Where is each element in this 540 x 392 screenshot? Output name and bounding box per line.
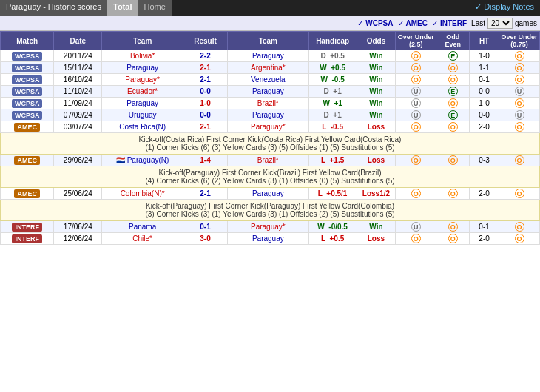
- ou25-cell: U: [396, 221, 436, 233]
- badge-cell: WCPSA: [1, 98, 54, 109]
- team2-cell: Paraguay: [227, 188, 308, 200]
- oe-cell: O: [436, 98, 470, 109]
- team2-cell: Paraguay: [227, 109, 308, 121]
- col-match: Match: [1, 32, 54, 50]
- detail-row: Kick-off(Costa Rica) First Corner Kick(C…: [1, 133, 540, 155]
- oe-cell: O: [436, 188, 470, 200]
- badge-cell: WCPSA: [1, 86, 54, 98]
- badge-cell: WCPSA: [1, 62, 54, 74]
- badge-cell: INTERF: [1, 221, 54, 233]
- table-row: WCPSA 15/11/24 Paraguay 2-1 Argentina* W…: [1, 62, 540, 74]
- date-cell: 20/11/24: [54, 50, 102, 62]
- oe-cell: O: [436, 221, 470, 233]
- result-cell: 0-0: [183, 86, 228, 98]
- detail-row: Kick-off(Paraguay) First Corner Kick(Par…: [1, 200, 540, 221]
- badge-cell: WCPSA: [1, 109, 54, 121]
- badge-cell: WCPSA: [1, 50, 54, 62]
- table-row: AMEC 03/07/24 Costa Rica(N) 2-1 Paraguay…: [1, 121, 540, 133]
- display-notes-toggle[interactable]: ✓ Display Notes: [469, 0, 540, 16]
- team1-cell: Paraguay: [102, 98, 183, 109]
- ht-cell: 2-0: [470, 233, 499, 245]
- ou25-cell: O: [396, 188, 436, 200]
- ou25-cell: O: [396, 233, 436, 245]
- interf-check: ✓: [432, 19, 438, 27]
- last-select[interactable]: 20105: [487, 18, 513, 29]
- tab-total[interactable]: Total: [107, 0, 138, 16]
- date-cell: 29/06/24: [54, 155, 102, 166]
- team1-cell: Costa Rica(N): [102, 121, 183, 133]
- tab-home[interactable]: Home: [138, 0, 171, 16]
- ht-cell: 0-0: [470, 86, 499, 98]
- table-row: INTERF 17/06/24 Panama 0-1 Paraguay* W -…: [1, 221, 540, 233]
- result-cell: 2-1: [183, 121, 228, 133]
- date-cell: 12/06/24: [54, 233, 102, 245]
- odds-cell: Loss: [357, 155, 396, 166]
- ht-cell: 0-3: [470, 155, 499, 166]
- team1-cell: Paraguay: [102, 62, 183, 74]
- ou075-cell: O: [499, 233, 540, 245]
- result-cell: 1-4: [183, 155, 228, 166]
- date-cell: 07/09/24: [54, 109, 102, 121]
- team1-cell: Ecuador*: [102, 86, 183, 98]
- date-cell: 25/06/24: [54, 188, 102, 200]
- ou075-cell: O: [499, 62, 540, 74]
- wcpsa-label[interactable]: WCPSA: [365, 19, 393, 27]
- handicap-cell: L +0.5: [308, 233, 357, 245]
- team2-cell: Paraguay*: [227, 221, 308, 233]
- ou075-cell: O: [499, 188, 540, 200]
- page-title: Paraguay - Historic scores: [0, 0, 107, 16]
- team2-cell: Paraguay: [227, 86, 308, 98]
- ou25-cell: U: [396, 98, 436, 109]
- badge-cell: INTERF: [1, 233, 54, 245]
- date-cell: 11/10/24: [54, 86, 102, 98]
- ou25-cell: O: [396, 62, 436, 74]
- oe-cell: O: [436, 233, 470, 245]
- odds-cell: Win: [357, 62, 396, 74]
- odds-cell: Win: [357, 221, 396, 233]
- oe-cell: O: [436, 62, 470, 74]
- handicap-cell: W +0.5: [308, 62, 357, 74]
- team2-cell: Paraguay: [227, 233, 308, 245]
- date-cell: 11/09/24: [54, 98, 102, 109]
- result-cell: 0-0: [183, 109, 228, 121]
- date-cell: 17/06/24: [54, 221, 102, 233]
- team2-cell: Brazil*: [227, 98, 308, 109]
- handicap-cell: D +0.5: [308, 50, 357, 62]
- filter-bar: ✓ WCPSA ✓ AMEC ✓ INTERF Last 20105 games: [0, 16, 540, 31]
- detail-row: Kick-off(Paraguay) First Corner Kick(Bra…: [1, 166, 540, 188]
- table-row: AMEC 29/06/24 🇵🇾 Paraguay(N) 1-4 Brazil*…: [1, 155, 540, 166]
- team1-cell: 🇵🇾 Paraguay(N): [102, 155, 183, 166]
- odds-cell: Loss1/2: [357, 188, 396, 200]
- odds-cell: Loss: [357, 121, 396, 133]
- table-row: WCPSA 16/10/24 Paraguay* 2-1 Venezuela W…: [1, 74, 540, 86]
- amec-label[interactable]: AMEC: [406, 19, 428, 27]
- ou075-cell: U: [499, 109, 540, 121]
- oe-cell: E: [436, 86, 470, 98]
- result-cell: 2-2: [183, 50, 228, 62]
- table-row: INTERF 12/06/24 Chile* 3-0 Paraguay L +0…: [1, 233, 540, 245]
- amec-check: ✓: [398, 19, 404, 27]
- badge-cell: AMEC: [1, 188, 54, 200]
- team2-cell: Paraguay: [227, 50, 308, 62]
- table-row: WCPSA 11/10/24 Ecuador* 0-0 Paraguay D +…: [1, 86, 540, 98]
- result-cell: 2-1: [183, 188, 228, 200]
- ht-cell: 0-1: [470, 74, 499, 86]
- team2-cell: Brazil*: [227, 155, 308, 166]
- handicap-cell: W -0.5: [308, 74, 357, 86]
- table-row: WCPSA 11/09/24 Paraguay 1-0 Brazil* W +1…: [1, 98, 540, 109]
- ou25-cell: O: [396, 121, 436, 133]
- ht-cell: 2-0: [470, 188, 499, 200]
- badge-cell: AMEC: [1, 121, 54, 133]
- interf-label[interactable]: INTERF: [440, 19, 467, 27]
- team1-cell: Colombia(N)*: [102, 188, 183, 200]
- wcpsa-check: ✓: [357, 19, 363, 27]
- team1-cell: Bolivia*: [102, 50, 183, 62]
- col-result: Result: [183, 32, 228, 50]
- ht-cell: 1-0: [470, 98, 499, 109]
- ou25-cell: O: [396, 50, 436, 62]
- odds-cell: Win: [357, 74, 396, 86]
- ou25-cell: U: [396, 109, 436, 121]
- team2-cell: Argentina*: [227, 62, 308, 74]
- col-date: Date: [54, 32, 102, 50]
- handicap-cell: L -0.5: [308, 121, 357, 133]
